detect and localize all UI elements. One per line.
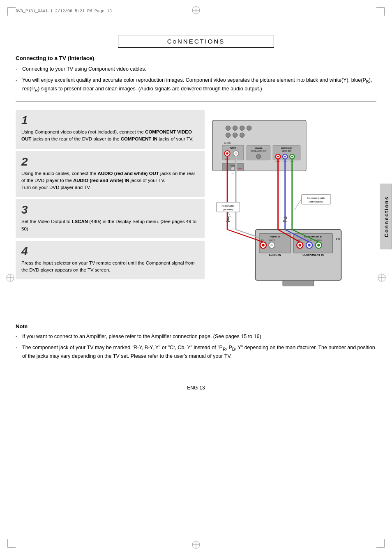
file-info: DVD_P181_XAA1.1 2/12/08 5:21 PM Page 13 <box>16 9 112 14</box>
svg-text:Component cable: Component cable <box>307 197 325 199</box>
divider-bottom <box>16 314 376 314</box>
svg-point-36 <box>277 156 279 158</box>
corner-mark-tr <box>376 7 385 16</box>
side-tab-label: Connections <box>383 196 390 237</box>
step-1-box: 1 Using Component video cables (not incl… <box>16 110 205 149</box>
step-2-text: Using the audio cables, connect the AUDI… <box>21 170 199 191</box>
step-1-text: Using Component video cables (not includ… <box>21 129 199 143</box>
svg-rect-93 <box>283 280 314 286</box>
divider-top <box>16 101 376 101</box>
svg-text:VIDEO OUT: VIDEO OUT <box>282 150 292 152</box>
svg-text:AUDIO IN: AUDIO IN <box>270 235 280 238</box>
svg-text:WHITE: WHITE <box>224 142 231 144</box>
reg-mark-left <box>6 273 15 282</box>
main-content: CoNNECTIONS Connecting to a TV (Interlac… <box>16 23 376 532</box>
svg-point-82 <box>308 244 311 246</box>
svg-text:RED: RED <box>238 168 242 170</box>
step-4-box: 4 Press the input selector on your TV re… <box>16 241 205 280</box>
svg-text:DIGITAL AUDIO OUT: DIGITAL AUDIO OUT <box>251 150 266 152</box>
page-title: CoNNECTIONS <box>167 38 225 45</box>
svg-text:Audio Cable: Audio Cable <box>222 205 235 207</box>
svg-text:AUDIO: AUDIO <box>230 147 236 149</box>
step-3-text: Set the Video Output to I-SCAN (480i) in… <box>21 218 199 233</box>
svg-point-16 <box>247 126 251 130</box>
svg-text:2: 2 <box>282 215 287 223</box>
page-number: ENG-13 <box>16 385 376 391</box>
title-box: CoNNECTIONS <box>118 35 274 48</box>
side-tab: Connections <box>380 184 392 249</box>
svg-text:(Included): (Included) <box>223 208 233 211</box>
svg-text:VIDEO: VIDEO <box>230 165 236 167</box>
svg-point-24 <box>226 152 228 155</box>
step-1-number: 1 <box>21 115 199 126</box>
svg-text:COMPONENT IN: COMPONENT IN <box>302 253 324 256</box>
reg-mark-bottom <box>191 540 201 549</box>
svg-point-19 <box>240 133 244 137</box>
step-3-box: 3 Set the Video Output to I-SCAN (480i) … <box>16 199 205 238</box>
svg-point-17 <box>226 133 230 137</box>
svg-point-15 <box>240 126 244 130</box>
svg-point-42 <box>291 156 293 158</box>
svg-point-31 <box>256 154 261 159</box>
note-section: Note If you want to connect to an Amplif… <box>16 323 376 360</box>
steps-column: 1 Using Component video cables (not incl… <box>16 110 205 314</box>
svg-point-18 <box>233 133 237 137</box>
note-bullet-2: The component jack of your TV may be mar… <box>16 344 376 360</box>
svg-line-64 <box>295 199 302 210</box>
corner-mark-br <box>376 539 385 548</box>
svg-point-13 <box>226 126 230 130</box>
note-bullets: If you want to connect to an Amplifier, … <box>16 333 376 360</box>
svg-text:AUDIO IN: AUDIO IN <box>269 253 281 256</box>
step-4-number: 4 <box>21 246 199 257</box>
steps-diagram-container: 1 Using Component video cables (not incl… <box>16 110 376 314</box>
svg-point-14 <box>233 126 237 130</box>
svg-point-46 <box>231 167 235 171</box>
svg-text:TV: TV <box>335 237 341 241</box>
connection-diagram: WHITE AUDIO RED COAXIAL DIGITAL AUDIO OU… <box>205 111 361 313</box>
note-bullet-1: If you want to connect to an Amplifier, … <box>16 333 376 341</box>
note-title: Note <box>16 323 376 329</box>
step-2-number: 2 <box>21 156 199 168</box>
diagram-column: Connections WHITE <box>205 110 376 314</box>
svg-point-79 <box>298 244 301 246</box>
svg-text:COAXIAL: COAXIAL <box>254 147 263 149</box>
step-4-text: Press the input selector on your TV remo… <box>21 260 199 274</box>
svg-text:OUT: OUT <box>231 173 235 175</box>
svg-text:COMPONENT: COMPONENT <box>281 147 293 149</box>
intro-bullets: Connecting to your TV using Component vi… <box>16 65 376 94</box>
intro-bullet-1: Connecting to your TV using Component vi… <box>16 65 376 73</box>
svg-text:(not included): (not included) <box>309 200 323 203</box>
svg-text:1: 1 <box>226 215 231 223</box>
svg-point-71 <box>262 244 265 246</box>
reg-mark-right <box>377 273 386 282</box>
intro-bullet-2: You will enjoy excellent quality and acc… <box>16 76 376 94</box>
corner-mark-tl <box>7 7 16 16</box>
reg-mark-top <box>191 6 201 15</box>
svg-point-74 <box>270 244 273 246</box>
svg-point-39 <box>284 156 286 158</box>
step-2-box: 2 Using the audio cables, connect the AU… <box>16 151 205 197</box>
svg-point-85 <box>317 244 320 246</box>
section-heading: Connecting to a TV (Interlace) <box>16 55 376 61</box>
corner-mark-bl <box>7 539 16 548</box>
svg-point-27 <box>235 152 237 155</box>
step-3-number: 3 <box>21 204 199 216</box>
